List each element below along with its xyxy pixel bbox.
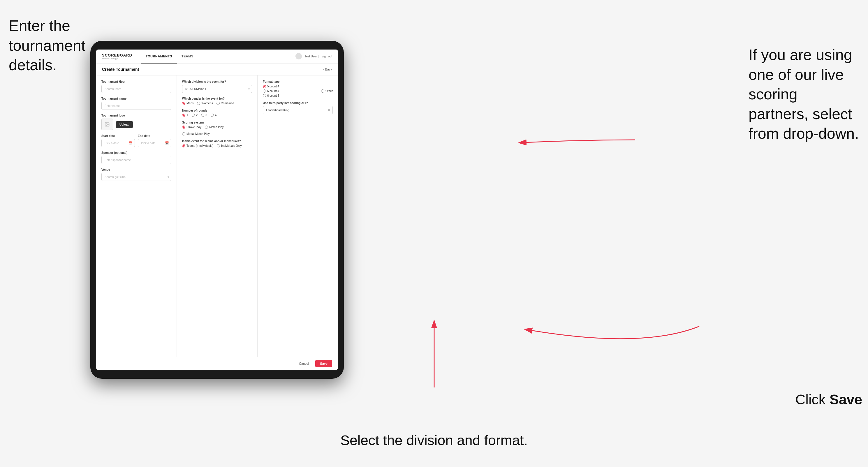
- annotation-live-scoring: If you are using one of our live scoring…: [748, 45, 859, 144]
- page-header: Create Tournament ‹ Back: [96, 63, 338, 75]
- gender-combined[interactable]: Combined: [216, 102, 234, 105]
- date-row: Start date 📅 End date 📅: [101, 134, 171, 147]
- brand-name: SCOREBOARD: [102, 53, 132, 57]
- rounds-4[interactable]: 4: [211, 114, 217, 117]
- format-6count5[interactable]: 6 count 5: [263, 94, 279, 97]
- end-date-calendar-icon: 📅: [165, 141, 169, 145]
- api-clear-icon[interactable]: ✕: [328, 108, 331, 112]
- event-teams-label: Teams (+Individuals): [186, 144, 213, 148]
- event-type-radio-group: Teams (+Individuals) Individuals Only: [182, 144, 252, 148]
- gender-combined-label: Combined: [221, 102, 234, 105]
- tournament-name-group: Tournament name: [101, 97, 171, 110]
- cancel-button[interactable]: Cancel: [296, 360, 312, 367]
- format-other[interactable]: Other: [321, 89, 333, 93]
- tablet-device: SCOREBOARD Powered by clippit TOURNAMENT…: [90, 41, 344, 379]
- division-select-wrapper: NCAA Division I: [182, 85, 252, 93]
- sponsor-label: Sponsor (optional): [101, 151, 171, 154]
- event-individuals-label: Individuals Only: [221, 144, 242, 148]
- scoring-group: Scoring system Stroke Play Match Play: [182, 121, 252, 135]
- format-6count5-label: 6 count 5: [267, 94, 279, 97]
- start-date-label: Start date: [101, 134, 135, 137]
- sponsor-group: Sponsor (optional): [101, 151, 171, 164]
- gender-mens[interactable]: Mens: [182, 102, 193, 105]
- api-label: Use third-party live scoring API?: [263, 101, 333, 104]
- rounds-radio-group: 1 2 3 4: [182, 114, 252, 117]
- division-select[interactable]: NCAA Division I: [182, 85, 252, 93]
- event-individuals[interactable]: Individuals Only: [217, 144, 242, 148]
- annotation-enter-details: Enter the tournament details.: [9, 16, 90, 75]
- annotation-save-bold: Save: [830, 392, 862, 407]
- save-button[interactable]: Save: [315, 360, 332, 367]
- tournament-name-input[interactable]: [101, 102, 171, 110]
- event-type-group: Is this event for Teams and/or Individua…: [182, 139, 252, 148]
- user-avatar: [296, 53, 302, 59]
- navbar-right: Test User | Sign out: [296, 53, 332, 59]
- venue-input[interactable]: [101, 173, 171, 181]
- format-row: 5 count 4 6 count 4 6 count 5: [263, 85, 333, 97]
- user-text: Test User |: [305, 55, 319, 58]
- scoring-stroke[interactable]: Stroke Play: [182, 126, 202, 129]
- api-group: Use third-party live scoring API? Leader…: [263, 101, 333, 114]
- logo-placeholder: [101, 119, 113, 130]
- rounds-4-label: 4: [215, 114, 217, 117]
- format-type-label: Format type: [263, 80, 333, 83]
- format-6count4[interactable]: 6 count 4: [263, 89, 279, 93]
- sponsor-input[interactable]: [101, 156, 171, 164]
- end-date-group: End date 📅: [138, 134, 171, 147]
- api-input[interactable]: Leaderboard King: [263, 106, 333, 114]
- scoring-match[interactable]: Match Play: [205, 126, 223, 129]
- tournament-name-label: Tournament name: [101, 97, 171, 100]
- sign-out-link[interactable]: Sign out: [321, 55, 332, 58]
- format-options: 5 count 4 6 count 4 6 count 5: [263, 85, 333, 97]
- rounds-1-label: 1: [186, 114, 188, 117]
- tournament-host-input[interactable]: [101, 85, 171, 93]
- nav-links: TOURNAMENTS TEAMS: [141, 50, 198, 63]
- gender-womens[interactable]: Womens: [197, 102, 213, 105]
- upload-button[interactable]: Upload: [116, 121, 133, 128]
- gender-label: Which gender is the event for?: [182, 97, 252, 100]
- scoring-medal-match-label: Medal Match Play: [186, 132, 210, 135]
- tournament-logo-label: Tournament logo: [101, 114, 171, 117]
- venue-group: Venue: [101, 168, 171, 181]
- tournament-logo-group: Tournament logo Upload: [101, 114, 171, 130]
- svg-point-2: [106, 123, 106, 124]
- nav-tournaments[interactable]: TOURNAMENTS: [141, 50, 177, 63]
- rounds-group: Number of rounds 1 2 3: [182, 109, 252, 117]
- scoring-radio-group: Stroke Play Match Play Medal Match Play: [182, 126, 252, 135]
- annotation-click-save: Click Save: [796, 391, 862, 409]
- logo-area: Upload: [101, 119, 171, 130]
- event-teams[interactable]: Teams (+Individuals): [182, 144, 213, 148]
- scoring-match-label: Match Play: [209, 126, 223, 129]
- format-5count4[interactable]: 5 count 4: [263, 85, 279, 88]
- end-date-wrapper: 📅: [138, 139, 171, 147]
- gender-womens-label: Womens: [202, 102, 213, 105]
- scoring-medal-match[interactable]: Medal Match Play: [182, 132, 210, 135]
- format-right: Other: [321, 89, 333, 93]
- dates-group: Start date 📅 End date 📅: [101, 134, 171, 147]
- back-button[interactable]: ‹ Back: [323, 68, 332, 71]
- nav-teams[interactable]: TEAMS: [177, 50, 198, 63]
- rounds-2-label: 2: [196, 114, 198, 117]
- form-body: Tournament Host Tournament name Tourname…: [96, 75, 338, 357]
- form-col-3: Format type 5 count 4 6 count 4: [257, 75, 338, 357]
- tablet-screen: SCOREBOARD Powered by clippit TOURNAMENT…: [96, 50, 338, 370]
- venue-select-wrapper: [101, 173, 171, 181]
- tournament-host-label: Tournament Host: [101, 80, 171, 83]
- bottom-bar: Cancel Save: [96, 357, 338, 370]
- rounds-3[interactable]: 3: [201, 114, 207, 117]
- rounds-label: Number of rounds: [182, 109, 252, 112]
- gender-mens-label: Mens: [186, 102, 193, 105]
- form-col-1: Tournament Host Tournament name Tourname…: [96, 75, 177, 357]
- rounds-2[interactable]: 2: [192, 114, 198, 117]
- start-date-wrapper: 📅: [101, 139, 135, 147]
- annotation-click-save-prefix: Click: [796, 392, 830, 407]
- brand: SCOREBOARD Powered by clippit: [102, 53, 132, 59]
- rounds-1[interactable]: 1: [182, 114, 188, 117]
- scoring-label: Scoring system: [182, 121, 252, 124]
- page-title: Create Tournament: [102, 67, 139, 72]
- format-left: 5 count 4 6 count 4 6 count 5: [263, 85, 279, 97]
- api-input-wrapper: Leaderboard King ✕: [263, 106, 333, 114]
- scoring-stroke-label: Stroke Play: [186, 126, 202, 129]
- division-label: Which division is the event for?: [182, 80, 252, 83]
- brand-sub: Powered by clippit: [102, 57, 132, 59]
